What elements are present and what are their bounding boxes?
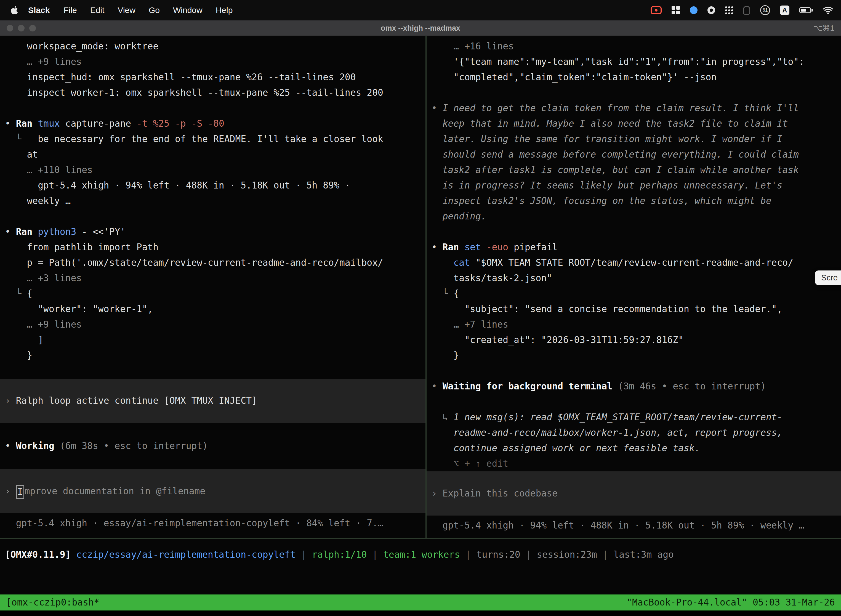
macos-menubar: Slack File Edit View Go Window Help 61 A (0, 0, 841, 21)
text-segment: • (5, 226, 16, 237)
text-segment: readme-and-reco/mailbox/worker-1.json, a… (432, 427, 782, 438)
text-segment: | (460, 549, 476, 560)
text-segment: ] (5, 334, 43, 345)
terminal-line: '{"team_name":"my-team","task_id":"1","f… (426, 54, 841, 70)
text-segment: inspect task2's JSON, focusing on the st… (432, 195, 771, 206)
text-segment: } (432, 350, 459, 361)
prompt-input[interactable]: › Improve documentation in @filename (0, 469, 425, 513)
text-segment: "worker": "worker-1", (5, 304, 153, 314)
ghost-app-icon[interactable] (743, 6, 750, 15)
text-segment: from pathlib import Path (5, 242, 158, 252)
menu-window[interactable]: Window (166, 6, 209, 15)
terminal-line: gpt-5.4 xhigh · 94% left · 488K in · 5.1… (0, 178, 425, 193)
text-segment: '{"team_name":"my-team","task_id":"1","f… (432, 56, 804, 67)
text-segment: tmux (38, 118, 60, 129)
text-segment: should send a message before completing … (432, 149, 799, 160)
text-segment: capture-pane (60, 118, 136, 129)
text-segment: • (5, 118, 16, 129)
text-segment (32, 118, 38, 129)
menu-app-name[interactable]: Slack (21, 6, 57, 15)
text-segment: | (296, 549, 312, 560)
text-segment: "completed","claim_token":"claim-token"}… (432, 72, 716, 82)
window-grid-icon[interactable] (672, 6, 680, 14)
thinking-line: should send a message before completing … (426, 147, 841, 162)
blue-app-icon[interactable] (690, 6, 697, 14)
text-segment: { (27, 288, 32, 299)
menubar-status-icons: 61 A (651, 5, 841, 15)
input-source-icon[interactable]: A (780, 6, 790, 15)
menu-file[interactable]: File (57, 6, 84, 15)
text-segment: tasks/task-2.json" (432, 273, 552, 283)
terminal-line: p = Path('.omx/state/team/review-current… (0, 255, 425, 270)
text-segment: inspect_hud: omx sparkshell --tmux-pane … (5, 72, 356, 82)
text-segment: › (5, 486, 16, 497)
ring-app-icon[interactable] (708, 6, 715, 14)
text-segment: Ralph loop active continue [OMX_TMUX_INJ… (16, 395, 257, 406)
text-segment: └ (5, 133, 38, 144)
wifi-icon[interactable] (823, 6, 833, 14)
edit-hint-line: ⌥ + ↑ edit (426, 456, 841, 471)
terminal-line: } (426, 348, 841, 363)
text-segment: (3m 46s • esc to interrupt) (612, 381, 766, 392)
ran-command-line: • Ran python3 - <<'PY' (0, 224, 425, 239)
battery-percent-gauge-icon[interactable]: 61 (760, 5, 770, 15)
thinking-line: later. Using the same for transition mig… (426, 131, 841, 147)
pane-footer: gpt-5.4 xhigh · 94% left · 488K in · 5.1… (426, 518, 841, 533)
text-segment: Ran (16, 118, 32, 129)
prompt-input[interactable]: › Explain this codebase (426, 471, 841, 516)
text-segment: "$OMX_TEAM_STATE_ROOT/team/review-curren… (470, 257, 793, 268)
dots-grid-icon[interactable] (725, 6, 733, 14)
right-terminal-pane[interactable]: … +16 lines '{"team_name":"my-team","tas… (426, 36, 841, 538)
menubar-menus: Slack File Edit View Go Window Help (0, 5, 239, 15)
terminal-line: inspect_worker-1: omx sparkshell --tmux-… (0, 85, 425, 100)
screen-recording-indicator-icon[interactable] (651, 6, 662, 14)
pane-footer: gpt-5.4 xhigh · essay/ai-reimplementatio… (0, 516, 425, 531)
battery-icon[interactable] (799, 7, 813, 13)
text-segment: gpt-5.4 xhigh · essay/ai-reimplementatio… (5, 518, 383, 528)
window-titlebar[interactable]: omx --xhigh --madmax ⌥⌘1 (0, 21, 841, 36)
text-segment: ⌥ + ↑ edit (432, 458, 508, 469)
terminal-line: weekly … (0, 193, 425, 209)
terminal-line: └ be necessary for the end of the README… (0, 131, 425, 147)
ran-command-line: • Ran tmux capture-pane -t %25 -p -S -80 (0, 116, 425, 131)
text-segment: } (5, 350, 32, 361)
text-segment: Ran (442, 242, 459, 252)
text-segment: ↳ (432, 412, 453, 422)
text-segment: | (520, 549, 537, 560)
left-terminal-pane[interactable]: workspace_mode: worktree … +9 lines insp… (0, 36, 425, 538)
terminal-line: tasks/task-2.json" (426, 270, 841, 286)
menu-view[interactable]: View (111, 6, 142, 15)
text-segment: • (5, 440, 16, 451)
terminal-line: workspace_mode: worktree (0, 39, 425, 54)
menu-help[interactable]: Help (209, 6, 239, 15)
terminal-line: cat "$OMX_TEAM_STATE_ROOT/team/review-cu… (426, 255, 841, 270)
status-waiting-line: • Waiting for background terminal (3m 46… (426, 378, 841, 394)
text-segment: cat (453, 257, 470, 268)
terminal-line: └ { (426, 286, 841, 301)
terminal-line: at (0, 147, 425, 162)
thinking-line: inspect task2's JSON, focusing on the st… (426, 193, 841, 209)
text-segment: … +7 lines (432, 319, 508, 330)
text-segment (459, 242, 464, 252)
text-segment: • (432, 381, 442, 392)
terminal-line: … +16 lines (426, 39, 841, 54)
menu-go[interactable]: Go (142, 6, 166, 15)
terminal-line: … +9 lines (0, 317, 425, 332)
text-segment: be necessary for the end of the README. … (38, 133, 383, 144)
text-segment: later. Using the same for transition mig… (432, 133, 782, 144)
text-segment: › (5, 395, 16, 406)
text-segment: cczip/essay/ai-reimplementation-copyleft (76, 549, 296, 560)
text-segment: last:3m ago (613, 549, 674, 560)
text-segment: task2 after task1 is complete, but can I… (432, 164, 799, 175)
apple-logo[interactable] (10, 5, 19, 15)
tmux-status-bar: [omx-cczip0:bash* "MacBook-Pro-44.local"… (0, 594, 841, 610)
text-segment: session:23m (537, 549, 597, 560)
terminal-line: } (0, 348, 425, 363)
omx-status-line: [OMX#0.11.9] cczip/essay/ai-reimplementa… (0, 547, 841, 562)
terminal-line: "completed","claim_token":"claim-token"}… (426, 70, 841, 85)
text-segment: ralph:1/10 (312, 549, 367, 560)
text-segment: -t %25 -p -S -80 (136, 118, 224, 129)
text-segment: • (432, 242, 442, 252)
menu-edit[interactable]: Edit (84, 6, 111, 15)
terminal-line: from pathlib import Path (0, 239, 425, 255)
